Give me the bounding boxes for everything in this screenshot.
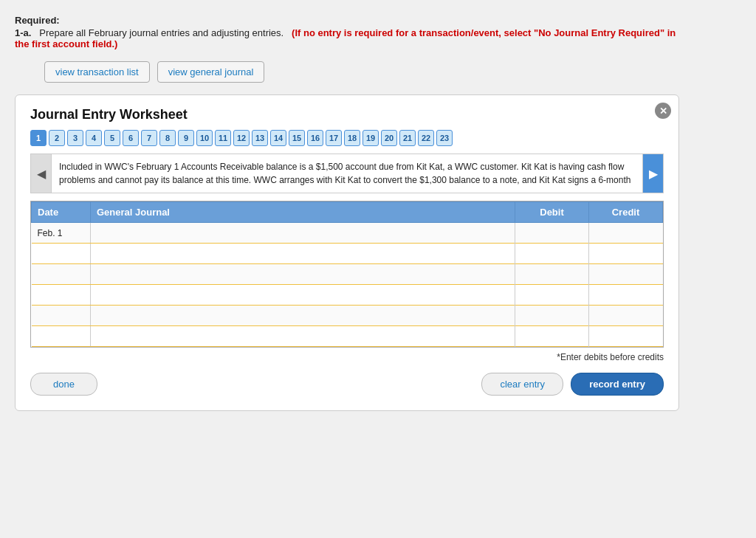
enter-debits-note: *Enter debits before credits (30, 352, 664, 362)
credit-input-5[interactable] (589, 326, 663, 346)
worksheet-title: Journal Entry Worksheet (30, 107, 664, 123)
table-row (32, 306, 663, 326)
debit-cell-0[interactable] (515, 223, 589, 244)
debit-cell-4[interactable] (515, 306, 589, 326)
date-cell-2 (32, 264, 91, 285)
date-cell-3 (32, 285, 91, 306)
date-cell-5 (32, 326, 91, 347)
page-tab-7[interactable]: 7 (141, 130, 157, 146)
debit-input-0[interactable] (515, 223, 588, 243)
debit-cell-2[interactable] (515, 264, 589, 285)
nav-left-button[interactable]: ◀ (31, 154, 52, 193)
required-label: Required: (15, 15, 679, 26)
view-general-journal-button[interactable]: view general journal (157, 61, 265, 83)
credit-cell-0[interactable] (589, 223, 663, 244)
credit-input-4[interactable] (589, 306, 663, 325)
page-tab-23[interactable]: 23 (436, 130, 453, 146)
credit-input-3[interactable] (589, 285, 663, 305)
table-row (32, 264, 663, 285)
debit-input-5[interactable] (515, 326, 588, 346)
table-row (32, 326, 663, 347)
top-buttons: view transaction list view general journ… (44, 61, 679, 83)
col-debit: Debit (515, 202, 589, 223)
journal-input-3[interactable] (91, 285, 515, 305)
page-tab-14[interactable]: 14 (270, 130, 286, 146)
bottom-buttons: done clear entry record entry (30, 373, 664, 396)
credit-cell-3[interactable] (589, 285, 663, 306)
instruction-prefix: 1-a. (15, 27, 31, 38)
page-container: Required: 1-a. Prepare all February jour… (15, 15, 679, 411)
credit-cell-5[interactable] (589, 326, 663, 347)
col-journal: General Journal (91, 202, 515, 223)
journal-cell-4[interactable] (91, 306, 515, 326)
journal-cell-3[interactable] (91, 285, 515, 306)
nav-right-button[interactable]: ▶ (642, 154, 663, 193)
page-tab-20[interactable]: 20 (381, 130, 397, 146)
credit-cell-2[interactable] (589, 264, 663, 285)
table-row (32, 244, 663, 264)
description-box: ◀ Included in WWC's February 1 Accounts … (30, 154, 664, 193)
page-tab-19[interactable]: 19 (362, 130, 379, 146)
date-cell-1 (32, 244, 91, 264)
journal-cell-2[interactable] (91, 264, 515, 285)
date-cell-4 (32, 306, 91, 326)
page-tab-17[interactable]: 17 (326, 130, 342, 146)
col-date: Date (32, 202, 91, 223)
credit-cell-1[interactable] (589, 244, 663, 264)
page-tab-5[interactable]: 5 (104, 130, 120, 146)
debit-input-2[interactable] (515, 264, 588, 284)
journal-cell-1[interactable] (91, 244, 515, 264)
page-tab-11[interactable]: 11 (215, 130, 231, 146)
journal-cell-0[interactable] (91, 223, 515, 244)
page-tab-9[interactable]: 9 (178, 130, 194, 146)
page-tab-8[interactable]: 8 (159, 130, 176, 146)
journal-input-1[interactable] (91, 244, 515, 263)
page-tab-13[interactable]: 13 (252, 130, 268, 146)
record-entry-button[interactable]: record entry (571, 373, 664, 396)
bottom-right-buttons: clear entry record entry (481, 373, 664, 396)
description-text: Included in WWC's February 1 Accounts Re… (52, 154, 642, 193)
debit-cell-1[interactable] (515, 244, 589, 264)
page-tab-3[interactable]: 3 (67, 130, 83, 146)
worksheet-panel: ✕ Journal Entry Worksheet 12345678910111… (15, 94, 679, 411)
page-tab-16[interactable]: 16 (307, 130, 323, 146)
instruction-normal: Prepare all February journal entries and… (39, 27, 284, 38)
journal-input-0[interactable] (91, 223, 515, 243)
view-transaction-list-button[interactable]: view transaction list (44, 61, 150, 83)
journal-input-4[interactable] (91, 306, 515, 325)
page-tab-6[interactable]: 6 (123, 130, 139, 146)
journal-cell-5[interactable] (91, 326, 515, 347)
instruction-line: 1-a. Prepare all February journal entrie… (15, 27, 679, 49)
journal-table: Date General Journal Debit Credit Feb. 1 (31, 201, 663, 347)
credit-input-1[interactable] (589, 244, 663, 263)
close-button[interactable]: ✕ (655, 103, 671, 119)
credit-input-0[interactable] (589, 223, 663, 243)
debit-cell-3[interactable] (515, 285, 589, 306)
page-tab-4[interactable]: 4 (86, 130, 102, 146)
credit-cell-4[interactable] (589, 306, 663, 326)
journal-table-wrapper: Date General Journal Debit Credit Feb. 1 (30, 201, 664, 348)
done-button[interactable]: done (30, 373, 97, 396)
journal-input-5[interactable] (91, 326, 515, 346)
col-credit: Credit (589, 202, 663, 223)
page-tab-1[interactable]: 1 (30, 130, 47, 146)
date-cell-0: Feb. 1 (32, 223, 91, 244)
page-tab-10[interactable]: 10 (196, 130, 213, 146)
debit-input-1[interactable] (515, 244, 588, 263)
page-tab-18[interactable]: 18 (344, 130, 360, 146)
required-section: Required: 1-a. Prepare all February jour… (15, 15, 679, 49)
debit-cell-5[interactable] (515, 326, 589, 347)
page-tab-15[interactable]: 15 (289, 130, 305, 146)
page-tab-21[interactable]: 21 (399, 130, 416, 146)
table-row (32, 285, 663, 306)
debit-input-3[interactable] (515, 285, 588, 305)
table-row: Feb. 1 (32, 223, 663, 244)
clear-entry-button[interactable]: clear entry (481, 373, 563, 396)
credit-input-2[interactable] (589, 264, 663, 284)
debit-input-4[interactable] (515, 306, 588, 325)
page-tab-12[interactable]: 12 (233, 130, 250, 146)
page-tab-2[interactable]: 2 (49, 130, 65, 146)
page-tabs: 1234567891011121314151617181920212223 (30, 130, 664, 146)
page-tab-22[interactable]: 22 (418, 130, 434, 146)
journal-input-2[interactable] (91, 264, 515, 284)
